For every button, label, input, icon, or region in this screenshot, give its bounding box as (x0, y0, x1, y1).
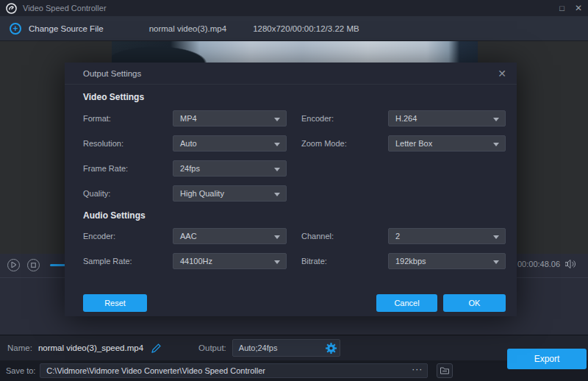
dialog-footer: Reset Cancel OK (83, 294, 506, 312)
video-frame (112, 41, 478, 63)
save-to-path-value: C:\Vidmore\Vidmore Video Converter\Video… (46, 366, 265, 375)
video-settings-heading: Video Settings (83, 92, 517, 102)
encoder-label: Encoder: (301, 114, 375, 123)
resolution-zoommode-row: Resolution: Auto Zoom Mode: Letter Box (83, 135, 506, 152)
quality-dropdown[interactable]: High Quality (173, 185, 287, 202)
play-button[interactable] (7, 259, 20, 271)
maximize-button[interactable]: □ (559, 4, 564, 13)
format-encoder-row: Format: MP4 Encoder: H.264 (83, 110, 506, 127)
encoder-value: H.264 (395, 114, 417, 123)
dialog-header: Output Settings ✕ (65, 63, 517, 85)
name-row: Name: normal video(3)_speed.mp4 Output: … (0, 335, 588, 360)
change-source-file-label: Change Source File (29, 24, 104, 33)
resolution-dropdown[interactable]: Auto (173, 135, 287, 152)
dialog-title: Output Settings (83, 69, 141, 78)
name-label: Name: (7, 343, 32, 352)
audio-encoder-channel-row: Encoder: AAC Channel: 2 (83, 228, 506, 244)
output-label: Output: (198, 343, 226, 352)
zoom-mode-value: Letter Box (395, 139, 432, 148)
format-label: Format: (83, 114, 173, 123)
channel-dropdown[interactable]: 2 (388, 228, 506, 244)
audio-encoder-dropdown[interactable]: AAC (173, 228, 287, 244)
chevron-down-icon (274, 260, 280, 264)
frame-rate-dropdown[interactable]: 24fps (173, 160, 287, 177)
encoder-dropdown[interactable]: H.264 (388, 110, 506, 127)
window-title: Video Speed Controller (23, 4, 107, 13)
chevron-down-icon (493, 260, 499, 264)
chevron-down-icon (493, 143, 499, 146)
reset-button[interactable]: Reset (83, 294, 147, 312)
frame-rate-label: Frame Rate: (83, 164, 173, 173)
dialog-close-icon[interactable]: ✕ (498, 68, 506, 79)
toolbar: + Change Source File normal video(3).mp4… (0, 16, 588, 41)
chevron-down-icon (274, 235, 280, 239)
edit-name-icon[interactable] (151, 343, 162, 354)
chevron-down-icon (274, 118, 280, 121)
zoom-mode-dropdown[interactable]: Letter Box (388, 135, 506, 152)
gear-icon[interactable] (325, 342, 337, 355)
sample-rate-value: 44100Hz (180, 257, 212, 266)
cancel-button[interactable]: Cancel (376, 294, 437, 312)
format-value: MP4 (180, 114, 197, 123)
save-to-label: Save to: (6, 366, 35, 375)
audio-settings-heading: Audio Settings (83, 210, 517, 221)
plus-icon: + (10, 23, 21, 35)
sample-rate-bitrate-row: Sample Rate: 44100Hz Bitrate: 192kbps (83, 253, 506, 269)
sample-rate-dropdown[interactable]: 44100Hz (173, 253, 287, 269)
bitrate-dropdown[interactable]: 192kbps (388, 253, 506, 269)
chevron-down-icon (274, 168, 280, 171)
playback-time: 00:00:48.06 (517, 260, 560, 268)
quality-label: Quality: (83, 189, 173, 198)
bitrate-label: Bitrate: (301, 257, 375, 266)
close-button[interactable]: ✕ (575, 4, 582, 13)
quality-row: Quality: High Quality (83, 185, 506, 202)
frame-rate-row: Frame Rate: 24fps (83, 160, 506, 177)
app-logo-icon (6, 3, 17, 14)
output-settings-dialog: Output Settings ✕ Video Settings Format:… (65, 63, 517, 316)
chevron-down-icon (493, 235, 499, 239)
channel-value: 2 (395, 232, 400, 241)
chevron-down-icon (274, 143, 280, 146)
output-filename: normal video(3)_speed.mp4 (38, 343, 143, 352)
stop-button[interactable] (27, 259, 40, 271)
quality-value: High Quality (180, 189, 224, 198)
change-source-file-button[interactable]: + Change Source File (10, 23, 104, 35)
ok-button[interactable]: OK (443, 294, 506, 312)
chevron-down-icon (274, 193, 280, 196)
output-profile-value: Auto;24fps (239, 343, 278, 352)
volume-icon[interactable] (565, 259, 577, 269)
audio-encoder-value: AAC (180, 232, 197, 241)
source-file-info: 1280x720/00:00:12/3.22 MB (253, 24, 359, 33)
title-bar: Video Speed Controller □ ✕ (0, 0, 588, 16)
audio-encoder-label: Encoder: (83, 232, 173, 241)
format-dropdown[interactable]: MP4 (173, 110, 287, 127)
browse-folder-button[interactable]: ··· (412, 364, 423, 377)
resolution-value: Auto (180, 139, 197, 148)
folder-icon (440, 367, 449, 374)
resolution-label: Resolution: (83, 139, 173, 148)
frame-rate-value: 24fps (180, 164, 200, 173)
output-profile-field[interactable]: Auto;24fps (232, 339, 340, 357)
chevron-down-icon (493, 118, 499, 121)
open-folder-button[interactable] (437, 363, 453, 378)
zoom-mode-label: Zoom Mode: (301, 139, 375, 148)
source-filename: normal video(3).mp4 (149, 24, 226, 33)
save-to-path-field[interactable]: C:\Vidmore\Vidmore Video Converter\Video… (40, 363, 428, 378)
bitrate-value: 192kbps (395, 257, 426, 266)
channel-label: Channel: (301, 232, 375, 241)
save-to-row: Save to: C:\Vidmore\Vidmore Video Conver… (0, 360, 588, 381)
sample-rate-label: Sample Rate: (83, 257, 173, 266)
export-button[interactable]: Export (507, 349, 587, 369)
